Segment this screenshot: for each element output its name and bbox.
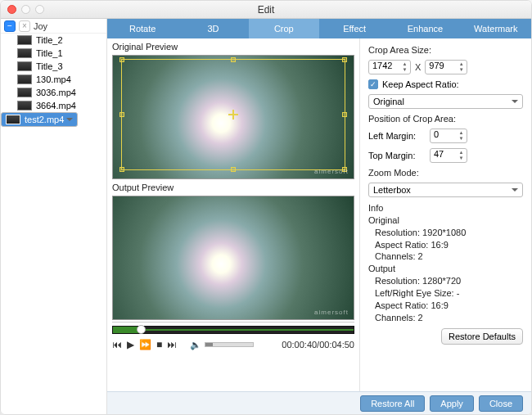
tab-watermark[interactable]: Watermark <box>461 19 531 38</box>
step-up-icon[interactable]: ▲ <box>457 150 466 156</box>
video-frame <box>113 196 354 319</box>
playhead-thumb[interactable] <box>137 325 146 334</box>
crop-height-field[interactable] <box>429 61 455 70</box>
info-original-header: Original <box>368 214 523 227</box>
crop-width-field[interactable] <box>372 61 399 70</box>
watermark-text: aimersoft <box>314 309 349 316</box>
volume-control: 🔈 <box>190 340 254 350</box>
fast-forward-icon[interactable]: ⏩ <box>139 339 151 350</box>
crop-center-icon <box>228 110 238 120</box>
list-item[interactable]: Title_2 <box>1 34 106 47</box>
close-button[interactable]: Close <box>479 395 523 412</box>
apply-button[interactable]: Apply <box>430 395 474 412</box>
keep-aspect-label: Keep Aspect Ratio: <box>382 79 459 89</box>
stop-icon[interactable]: ■ <box>156 339 162 350</box>
tab-bar: Rotate 3D Crop Effect Enhance Watermark <box>107 19 531 38</box>
sidebar: − × Joy Title_2 Title_1 Title_3 130.mp4 … <box>1 19 107 414</box>
crop-height-input[interactable]: ▲▼ <box>425 60 467 74</box>
crop-handle[interactable] <box>342 57 347 62</box>
list-item[interactable]: test2.mp4 <box>1 112 78 127</box>
traffic-lights <box>7 5 44 14</box>
aspect-ratio-value: Original <box>373 97 404 106</box>
restore-defaults-button[interactable]: Restore Defaults <box>441 328 523 345</box>
zoom-mode-label: Zoom Mode: <box>368 168 523 178</box>
crop-handle[interactable] <box>119 57 124 62</box>
step-down-icon[interactable]: ▼ <box>457 136 466 142</box>
info-original-resolution: Resolution: 1920*1080 <box>368 227 523 239</box>
restore-all-button[interactable]: Restore All <box>360 395 425 412</box>
left-margin-input[interactable]: ▲▼ <box>430 129 467 143</box>
top-margin-input[interactable]: ▲▼ <box>430 148 467 163</box>
original-preview: aimersoft <box>112 55 354 179</box>
list-item[interactable]: Title_1 <box>1 47 106 60</box>
checkbox-checked-icon[interactable]: ✓ <box>368 79 378 89</box>
thumbnail-icon <box>17 74 32 84</box>
footer-bar: Restore All Apply Close <box>107 391 531 414</box>
minimize-window-icon[interactable] <box>21 5 30 14</box>
close-window-icon[interactable] <box>7 5 16 14</box>
step-down-icon[interactable]: ▼ <box>457 156 466 161</box>
volume-icon[interactable]: 🔈 <box>190 340 201 350</box>
remove-icon[interactable]: × <box>19 20 30 32</box>
list-item[interactable]: Title_3 <box>1 60 106 73</box>
keep-aspect-checkbox[interactable]: ✓ Keep Aspect Ratio: <box>368 79 523 89</box>
crop-handle[interactable] <box>119 167 124 172</box>
left-margin-field[interactable] <box>434 129 455 139</box>
tab-3d[interactable]: 3D <box>178 19 248 38</box>
zoom-mode-value: Letterbox <box>373 185 411 195</box>
sidebar-header: − × Joy <box>1 19 106 34</box>
thumbnail-icon <box>6 115 20 124</box>
list-item[interactable]: 130.mp4 <box>1 73 106 86</box>
collapse-icon[interactable]: − <box>4 20 16 32</box>
list-item[interactable]: 3664.mp4 <box>1 99 106 112</box>
titlebar: Edit <box>1 1 531 19</box>
file-label: Title_2 <box>36 35 63 45</box>
crop-handle[interactable] <box>119 112 124 117</box>
zoom-mode-select[interactable]: Letterbox <box>368 183 523 197</box>
volume-slider[interactable] <box>205 342 254 347</box>
crop-handle[interactable] <box>231 57 236 62</box>
thumbnail-icon <box>17 88 32 97</box>
crop-handle[interactable] <box>342 112 347 117</box>
top-margin-label: Top Margin: <box>368 151 426 160</box>
crop-position-label: Position of Crop Area: <box>368 114 523 124</box>
output-preview: aimersoft <box>112 196 354 320</box>
top-margin-field[interactable] <box>434 149 455 159</box>
tab-effect[interactable]: Effect <box>319 19 390 38</box>
crop-handle[interactable] <box>231 167 236 172</box>
thumbnail-icon <box>17 61 32 71</box>
playback-buttons: ⏮ ▶ ⏩ ■ ⏭ <box>112 339 177 350</box>
aspect-ratio-select[interactable]: Original <box>368 94 523 109</box>
tab-enhance[interactable]: Enhance <box>390 19 460 38</box>
file-label: 130.mp4 <box>36 74 71 84</box>
playhead-track[interactable] <box>112 326 354 334</box>
step-down-icon[interactable]: ▼ <box>400 67 409 73</box>
output-preview-label: Output Preview <box>112 181 354 194</box>
zoom-window-icon[interactable] <box>35 5 44 14</box>
volume-fill <box>205 343 213 346</box>
edit-window: Edit − × Joy Title_2 Title_1 Title_3 130… <box>0 0 532 415</box>
list-item[interactable]: 3036.mp4 <box>1 86 106 99</box>
original-preview-label: Original Preview <box>112 40 354 53</box>
next-icon[interactable]: ⏭ <box>167 339 177 350</box>
prev-icon[interactable]: ⏮ <box>112 339 122 350</box>
tab-rotate[interactable]: Rotate <box>107 19 178 38</box>
info-original-aspect: Aspect Ratio: 16:9 <box>368 239 523 251</box>
crop-rectangle[interactable] <box>121 59 345 170</box>
top-margin-row: Top Margin: ▲▼ <box>368 148 523 163</box>
info-output-channels: Channels: 2 <box>368 312 523 324</box>
sidebar-title: Joy <box>34 21 47 31</box>
crop-width-input[interactable]: ▲▼ <box>368 60 411 74</box>
step-up-icon[interactable]: ▲ <box>457 61 466 67</box>
preview-column: Original Preview <box>107 38 359 391</box>
step-up-icon[interactable]: ▲ <box>400 61 409 67</box>
info-output-aspect: Aspect Ratio: 16:9 <box>368 300 523 312</box>
file-label: Title_3 <box>36 61 63 71</box>
step-up-icon[interactable]: ▲ <box>457 130 466 136</box>
thumbnail-icon <box>17 48 32 58</box>
main-area: Rotate 3D Crop Effect Enhance Watermark … <box>107 19 531 414</box>
info-header: Info <box>368 202 523 214</box>
play-icon[interactable]: ▶ <box>127 339 134 350</box>
step-down-icon[interactable]: ▼ <box>457 67 466 73</box>
tab-crop[interactable]: Crop <box>249 19 319 38</box>
